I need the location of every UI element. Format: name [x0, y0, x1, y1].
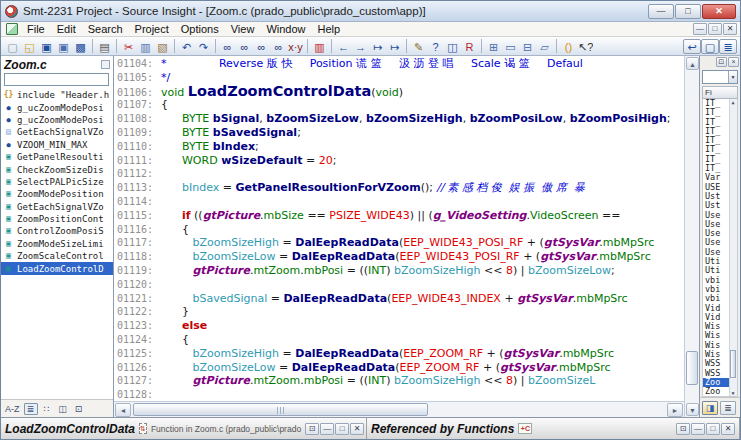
mdi-minimize-button[interactable]: —	[693, 23, 707, 35]
code-line[interactable]: 01113: bIndex = GetPanelResoultionForVZo…	[114, 181, 684, 195]
code-line[interactable]: 01123: else	[114, 319, 684, 333]
save-all-button[interactable]: ▩	[72, 39, 89, 54]
menu-options[interactable]: Options	[175, 22, 225, 36]
minimize-button[interactable]: —	[648, 4, 674, 19]
code-line[interactable]: 01120:	[114, 278, 684, 292]
minimize-button[interactable]: —	[691, 423, 705, 435]
replace-button[interactable]: x·y	[287, 39, 304, 54]
browse-symbols-button[interactable]: ◫	[56, 403, 70, 415]
save-as-button[interactable]: ▣	[55, 39, 72, 54]
copy-button[interactable]: ▥	[137, 39, 154, 54]
code-line[interactable]: 01110: BYTE bIndex;	[114, 140, 684, 154]
code-line[interactable]: 01117: bZoomSizeHigh = DalEepReadData(EE…	[114, 236, 684, 250]
relation-window-toggle-button[interactable]: ≣	[719, 39, 737, 54]
search-files-button[interactable]: ∞	[270, 39, 287, 54]
mdi-close-button[interactable]: ✕	[723, 23, 737, 35]
undo-button[interactable]: ↶	[178, 39, 195, 54]
list-view-button[interactable]: ≣	[24, 403, 38, 415]
mdi-restore-button[interactable]: □	[708, 23, 722, 35]
file-list-scrollbar[interactable]: ▲▼	[729, 99, 737, 396]
menu-edit[interactable]: Edit	[51, 22, 82, 36]
context-help-button[interactable]: ↖?	[577, 39, 594, 54]
code-line[interactable]: 01124: {	[114, 333, 684, 347]
find-previous-button[interactable]: ∞	[253, 39, 270, 54]
horizontal-split-button[interactable]: ⊟	[519, 39, 536, 54]
new-file-button[interactable]: ▢	[4, 39, 21, 54]
symbol-item[interactable]: ▣CheckZoomSizeDis	[1, 163, 113, 175]
symbol-item[interactable]: {}include "Header.h	[1, 89, 113, 101]
symbol-item[interactable]: ▣GetPanelResoulti	[1, 151, 113, 163]
code-line[interactable]: 01125: bZoomSizeHigh = DalEepReadData(EE…	[114, 347, 684, 361]
symbol-item[interactable]: ▣ControlZoomPosiS	[1, 225, 113, 237]
maximize-button[interactable]: □	[706, 423, 720, 435]
function-tip-button[interactable]: ()	[560, 39, 577, 54]
context-window-toggle-button[interactable]: ↩	[683, 39, 701, 54]
split-window-button[interactable]: ⊞	[485, 39, 502, 54]
symbol-item[interactable]: ▣ZoomModeSizeLimi	[1, 238, 113, 250]
scroll-down-icon[interactable]: ▼	[686, 403, 699, 416]
symbol-item[interactable]: ▣LoadZoomControlD	[1, 262, 113, 274]
sort-alphabetic-button[interactable]: A-Z	[3, 403, 22, 415]
symbol-item[interactable]: ●g_ucZoomModePosi	[1, 114, 113, 126]
code-line[interactable]: 01108: BYTE bSignal, bZoomSizeLow, bZoom…	[114, 112, 684, 126]
redo-button[interactable]: ↷	[195, 39, 212, 54]
one-window-button[interactable]: ▭	[502, 39, 519, 54]
close-button[interactable]: ✕	[702, 4, 736, 19]
code-line[interactable]: 01111: WORD wSizeDefault = 20;	[114, 154, 684, 168]
dock-button[interactable]: ⊡	[676, 423, 690, 435]
go-forward-button[interactable]: →	[352, 39, 369, 54]
code-line[interactable]: 01115: if ((gtPicture.mbSize == PSIZE_WI…	[114, 209, 684, 223]
code-line[interactable]: 01106:void LoadZoomControlData(void)	[114, 85, 684, 99]
menu-help[interactable]: Help	[312, 22, 347, 36]
code-line[interactable]: 01119: gtPicture.mtZoom.mbPosi = ((INT) …	[114, 264, 684, 278]
code-editor[interactable]: 01104:* Reverse 版 快 Position 谎 篮 汲 沥 登 唱…	[114, 56, 684, 401]
browse-project-symbols-button[interactable]: ◫	[444, 39, 461, 54]
symbol-window-toggle-button[interactable]: ▢	[701, 39, 719, 54]
code-line[interactable]: 01116: {	[114, 223, 684, 237]
dock-button[interactable]: ⊡	[305, 423, 319, 435]
save-file-button[interactable]: ▣	[38, 39, 55, 54]
code-line[interactable]: 01122: }	[114, 305, 684, 319]
go-back-button[interactable]: ←	[335, 39, 352, 54]
context-window-titlebar[interactable]: LoadZoomControlData ⇅ Function in Zoom.c…	[1, 418, 367, 439]
symbol-window-float-button[interactable]: ⊡	[716, 57, 727, 67]
minimize-button[interactable]: —	[320, 423, 334, 435]
code-line[interactable]: 01118: bZoomSizeLow = DalEepReadData(EEP…	[114, 250, 684, 264]
symbol-item[interactable]: ▣SelectPALPicSize	[1, 176, 113, 188]
code-line[interactable]: 01109: BYTE bSavedSignal;	[114, 126, 684, 140]
paste-button[interactable]: ▧	[154, 39, 171, 54]
smart-rename-button[interactable]: R	[461, 39, 478, 54]
maximize-button[interactable]: □	[335, 423, 349, 435]
symbol-item[interactable]: ▣ZoomModePosition	[1, 188, 113, 200]
menu-search[interactable]: Search	[82, 22, 129, 36]
scroll-left-icon[interactable]: ◄	[115, 403, 131, 417]
bookmark-button[interactable]: ▥	[311, 39, 328, 54]
symbol-filter-button[interactable]: ∷	[40, 403, 54, 415]
file-list-scrollbar-thumb[interactable]	[730, 350, 736, 378]
symbol-item[interactable]: ●g_ucZoomModePosi	[1, 101, 113, 113]
code-line[interactable]: 01112:	[114, 167, 684, 181]
cut-button[interactable]: ✂	[120, 39, 137, 54]
scroll-up-icon[interactable]: ▲	[686, 57, 699, 70]
code-line[interactable]: 01104:* Reverse 版 快 Position 谎 篮 汲 沥 登 唱…	[114, 57, 684, 71]
code-line[interactable]: 01121: bSavedSignal = DalEepReadData(EEP…	[114, 292, 684, 306]
code-line[interactable]: 01126: bZoomSizeLow = DalEepReadData(EEP…	[114, 361, 684, 375]
code-line[interactable]: 01107:{	[114, 98, 684, 112]
find-next-button[interactable]: ∞	[236, 39, 253, 54]
scroll-right-icon[interactable]: ►	[667, 403, 683, 417]
cascade-windows-button[interactable]: ▱	[536, 39, 553, 54]
code-line[interactable]: 01127: gtPicture.mtZoom.mbPosi = ((INT) …	[114, 374, 684, 388]
file-item[interactable]: Zoo	[703, 387, 729, 396]
maximize-button[interactable]: □	[675, 4, 701, 19]
menu-view[interactable]: View	[225, 22, 261, 36]
chevron-down-icon[interactable]: ▼	[728, 71, 737, 83]
symbol-item[interactable]: ▣ZoomPositionCont	[1, 213, 113, 225]
code-line[interactable]: 01114:	[114, 195, 684, 209]
symbol-item[interactable]: ●VZOOM_MIN_MAX	[1, 139, 113, 151]
print-button[interactable]: ▤	[96, 39, 113, 54]
menu-file[interactable]: File	[21, 22, 51, 36]
file-detail-mode-button[interactable]: ≣	[720, 401, 736, 415]
symbol-help-button[interactable]: ?	[427, 39, 444, 54]
vertical-scrollbar[interactable]: ▲ ▼	[684, 56, 699, 417]
close-button[interactable]: ✕	[350, 423, 364, 435]
